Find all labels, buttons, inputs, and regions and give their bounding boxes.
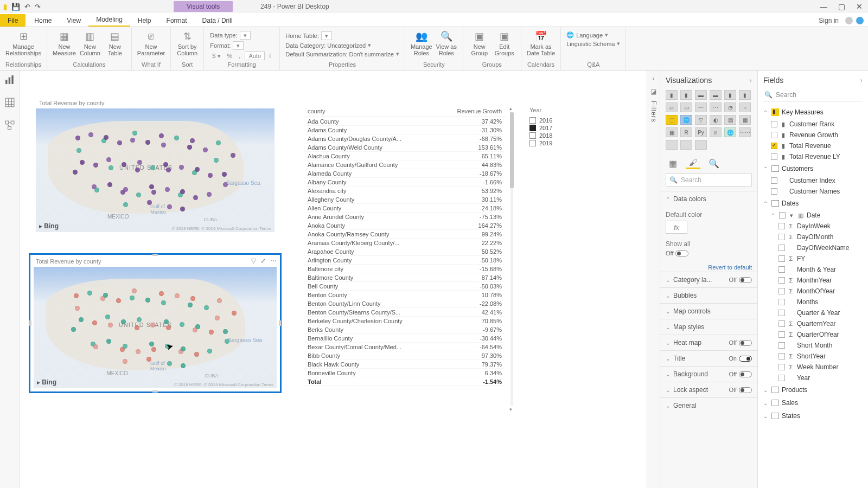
filters-pane-collapsed[interactable]: ‹ ◪ Filters	[647, 70, 660, 488]
table-row[interactable]: Adams County/Weld County153.61%	[304, 143, 505, 152]
field-checkbox[interactable]	[778, 266, 785, 273]
field-checkbox[interactable]	[778, 223, 785, 229]
table-row[interactable]: Baltimore city-15.68%	[304, 265, 505, 273]
field-checkbox[interactable]	[778, 342, 785, 349]
collapse-pane-icon[interactable]: ›	[860, 76, 863, 85]
new-table-button[interactable]: ▤New Table	[104, 29, 126, 56]
table-row[interactable]: Berks County-9.67%	[304, 325, 505, 334]
table-visual[interactable]: county Revenue Growth Ada County37.42%Ad…	[304, 106, 505, 412]
checkbox-icon[interactable]	[529, 140, 536, 146]
field-item[interactable]: Year	[758, 373, 868, 383]
field-table-sales[interactable]: ⌄Sales	[758, 396, 868, 409]
table-row[interactable]: Benton County10.78%	[304, 291, 505, 299]
field-item[interactable]: ▮Revenue Growth	[758, 130, 868, 140]
viz-type-button[interactable]: ▮	[739, 90, 751, 100]
format-tab-icon[interactable]: 🖌	[686, 157, 700, 169]
field-checkbox[interactable]	[778, 353, 785, 359]
table-row[interactable]: Ada County37.42%	[304, 117, 505, 126]
table-row[interactable]: Adams County/Douglas County/A...-68.75%	[304, 134, 505, 143]
section-category-labels[interactable]: ⌄Category la... Off	[660, 272, 757, 287]
viz-type-button[interactable]: ▮	[680, 90, 692, 100]
table-row[interactable]: Alexandria city53.92%	[304, 187, 505, 195]
field-item[interactable]: DayOfWeekName	[758, 242, 868, 253]
field-checkbox[interactable]	[771, 188, 777, 195]
decimals-stepper[interactable]: ⁞	[267, 52, 273, 60]
report-canvas[interactable]: Total Revenue by county UNITED STATES ME…	[20, 70, 660, 488]
redo-icon[interactable]: ↷	[35, 3, 41, 11]
edit-groups-button[interactable]: ▣Edit Groups	[494, 29, 515, 56]
tab-modeling[interactable]: Modeling	[88, 13, 130, 27]
field-checkbox[interactable]	[778, 375, 785, 381]
linguistic-schema-dropdown[interactable]: Linguistic Schema	[566, 41, 615, 47]
table-row[interactable]: Adams County-31.30%	[304, 126, 505, 134]
viz-type-button[interactable]: ⬚	[666, 115, 678, 125]
field-table-key-measures[interactable]: ⌃▮Key Measures	[758, 106, 868, 119]
map-visual-1[interactable]: Total Revenue by county UNITED STATES ME…	[36, 98, 275, 232]
field-checkbox[interactable]	[771, 121, 777, 127]
field-item[interactable]: Quarter & Year	[758, 307, 868, 318]
section-map-controls[interactable]: ⌄Map controls	[660, 303, 757, 319]
collapse-pane-icon[interactable]: ›	[749, 76, 752, 85]
section-map-styles[interactable]: ⌄Map styles	[660, 319, 757, 335]
table-row[interactable]: Bibb County97.30%	[304, 351, 505, 360]
file-tab[interactable]: File	[0, 14, 25, 27]
table-row[interactable]: Anoka County164.27%	[304, 221, 505, 230]
analytics-tab-icon[interactable]: 🔍	[707, 157, 721, 169]
lock-aspect-toggle[interactable]: Off	[729, 387, 752, 393]
field-item[interactable]: ΣFY	[758, 253, 868, 264]
new-parameter-button[interactable]: ⎚New Parameter	[137, 29, 165, 56]
datatype-dropdown[interactable]: ▾	[240, 31, 251, 40]
viz-type-button[interactable]: ▬	[695, 90, 707, 100]
table-row[interactable]: Bernalillo County-30.44%	[304, 334, 505, 343]
table-row[interactable]: Aransas County/Kleberg County/...22.22%	[304, 239, 505, 247]
format-search-input[interactable]: 🔍 Search	[666, 174, 752, 187]
viz-type-button[interactable]: ◐	[710, 115, 722, 125]
section-title[interactable]: ⌄Title On	[660, 350, 757, 366]
table-row[interactable]: Arlington County-50.18%	[304, 256, 505, 265]
field-item[interactable]: ▮Total Revenue LY	[758, 151, 868, 162]
field-checkbox[interactable]	[778, 234, 785, 240]
viz-type-button[interactable]	[680, 140, 692, 150]
field-item[interactable]: ΣDayInWeek	[758, 221, 868, 232]
report-view-button[interactable]	[4, 74, 16, 86]
tab-home[interactable]: Home	[27, 14, 59, 27]
view-as-roles-button[interactable]: 🔍View as Roles	[436, 29, 457, 56]
field-item[interactable]: Months	[758, 297, 868, 307]
map-visual-2-selected[interactable]: ▽ ⤢ ⋯ Total Revenue by county UNITED STA…	[30, 255, 280, 391]
manage-roles-button[interactable]: 👥Manage Roles	[411, 29, 432, 56]
category-labels-toggle[interactable]: Off	[729, 277, 752, 283]
field-checkbox[interactable]	[778, 364, 785, 370]
field-item[interactable]: Short Month	[758, 340, 868, 351]
field-item[interactable]: ΣQuarternYear	[758, 318, 868, 329]
field-item[interactable]: ΣMonthnYear	[758, 275, 868, 286]
currency-button[interactable]: $ ▾	[210, 52, 222, 60]
field-table-customers[interactable]: ⌃Customers	[758, 162, 868, 175]
table-row[interactable]: Bexar County/Comal County/Med...-64.54%	[304, 343, 505, 351]
manage-relationships-button[interactable]: ⊞Manage Relationships	[5, 29, 41, 56]
field-checkbox[interactable]	[771, 153, 777, 160]
close-icon[interactable]: ✕	[856, 2, 863, 11]
field-item[interactable]: Customer Names	[758, 186, 868, 197]
field-checkbox[interactable]	[771, 143, 777, 149]
viz-type-button[interactable]: 〰	[695, 102, 707, 112]
decimals-input[interactable]: Auto	[245, 52, 265, 60]
table-row[interactable]: Benton County/Stearns County/S...42.41%	[304, 308, 505, 317]
year-slicer[interactable]: Year 2016201720182019	[529, 106, 595, 147]
field-item[interactable]: ΣWeek Number	[758, 362, 868, 373]
viz-type-button[interactable]: R	[680, 127, 692, 137]
viz-type-button[interactable]: Py	[695, 127, 707, 137]
percent-button[interactable]: %	[225, 52, 235, 60]
tab-data-drill[interactable]: Data / Drill	[195, 14, 240, 27]
field-table-states[interactable]: ⌄States	[758, 409, 868, 422]
viz-type-button[interactable]: ▦	[666, 127, 678, 137]
table-row[interactable]: Bell County-50.03%	[304, 282, 505, 291]
slicer-item[interactable]: 2018	[529, 132, 595, 139]
tab-help[interactable]: Help	[130, 14, 159, 27]
new-group-button[interactable]: ▣New Group	[469, 29, 490, 56]
field-item[interactable]: ▮Total Revenue	[758, 140, 868, 151]
table-row[interactable]: Albany County-1.66%	[304, 178, 505, 187]
tab-view[interactable]: View	[59, 14, 88, 27]
table-row[interactable]: Berkeley County/Charleston County70.85%	[304, 317, 505, 325]
save-icon[interactable]: 💾	[11, 3, 20, 11]
sort-by-column-button[interactable]: ⇅Sort by Column	[176, 29, 198, 56]
